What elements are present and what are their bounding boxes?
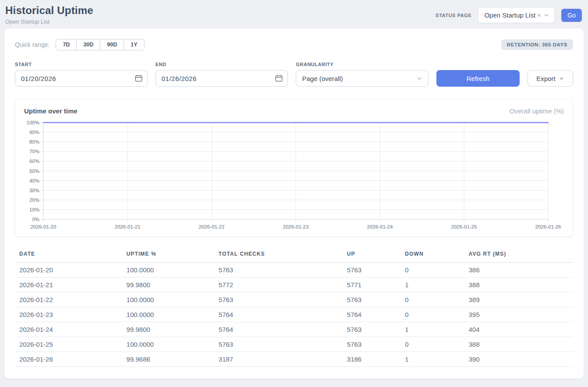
export-button[interactable]: Export: [528, 70, 573, 87]
start-date-input-wrap: [15, 70, 148, 87]
y-axis-label: 100%: [27, 120, 39, 125]
table-cell: 395: [464, 307, 573, 322]
x-axis-label: 2026-01-22: [199, 224, 225, 229]
start-date-label: START: [15, 62, 148, 67]
clear-selection-icon[interactable]: ×: [537, 12, 541, 19]
quick-range-30d-button[interactable]: 30D: [76, 39, 100, 50]
table-cell: 3186: [343, 352, 400, 367]
y-axis-label: 80%: [29, 139, 39, 144]
table-cell: 5771: [343, 278, 400, 292]
uptime-chart: 0%10%20%30%40%50%60%70%80%90%100%2026-01…: [23, 119, 564, 232]
granularity-select[interactable]: Page (overall): [296, 70, 429, 87]
y-axis-label: 90%: [29, 130, 39, 135]
column-header-up: UP: [343, 247, 400, 263]
table-cell: 404: [464, 322, 573, 337]
y-axis-label: 30%: [29, 188, 39, 193]
table-cell: 389: [464, 292, 573, 307]
table-row: 2026-01-2499.9800576457631404: [15, 322, 573, 337]
end-date-label: END: [156, 62, 288, 67]
table-cell: 2026-01-20: [15, 263, 122, 278]
header-controls: STATUS PAGE Open Startup List × Go: [436, 7, 582, 23]
uptime-table: DATE UPTIME % TOTAL CHECKS UP DOWN AVG R…: [15, 247, 573, 367]
y-axis-label: 60%: [29, 158, 39, 164]
start-date-input[interactable]: [15, 70, 148, 87]
table-cell: 1: [400, 278, 464, 292]
y-axis-label: 0%: [32, 217, 39, 222]
x-axis-label: 2026-01-21: [115, 224, 141, 229]
table-cell: 5763: [343, 322, 400, 337]
table-cell: 388: [464, 337, 573, 352]
chevron-down-icon: [416, 75, 423, 82]
uptime-chart-card: Uptime over time Overall uptime (%) 0%10…: [15, 99, 573, 237]
table-header-row: DATE UPTIME % TOTAL CHECKS UP DOWN AVG R…: [15, 247, 573, 263]
table-cell: 5763: [214, 292, 343, 307]
calendar-icon[interactable]: [275, 74, 283, 82]
table-cell: 2026-01-24: [15, 322, 122, 337]
table-cell: 1: [400, 322, 464, 337]
title-block: Historical Uptime Open Startup List: [5, 4, 93, 25]
chevron-down-icon: [559, 76, 564, 81]
table-cell: 99.9800: [122, 322, 214, 337]
table-cell: 0: [400, 337, 464, 352]
x-axis-label: 2026-01-20: [31, 224, 57, 229]
quick-range-7d-button[interactable]: 7D: [56, 39, 77, 50]
end-date-input-wrap: [156, 70, 288, 87]
table-row: 2026-01-2199.9800577257711388: [15, 278, 573, 292]
table-cell: 5764: [214, 322, 343, 337]
chart-title: Uptime over time: [24, 107, 78, 115]
y-axis-label: 10%: [29, 207, 39, 212]
quick-range-label: Quick range:: [15, 41, 50, 48]
status-page-label: STATUS PAGE: [436, 13, 471, 18]
table-cell: 5764: [343, 307, 400, 322]
end-date-input[interactable]: [156, 70, 288, 87]
table-cell: 99.9800: [122, 278, 214, 292]
table-cell: 0: [400, 292, 464, 307]
table-cell: 99.9686: [122, 352, 214, 367]
table-cell: 390: [464, 352, 573, 367]
page-title: Historical Uptime: [5, 4, 93, 17]
page-header: Historical Uptime Open Startup List STAT…: [0, 0, 588, 28]
y-axis-label: 70%: [29, 149, 39, 154]
x-axis-label: 2026-01-23: [283, 224, 309, 229]
calendar-icon[interactable]: [135, 74, 142, 82]
status-page-select[interactable]: Open Startup List ×: [478, 7, 555, 23]
table-cell: 5772: [214, 278, 343, 292]
granularity-field: GRANULARITY Page (overall): [296, 62, 429, 87]
granularity-selected-value: Page (overall): [302, 75, 343, 82]
table-row: 2026-01-20100.0000576357630386: [15, 263, 573, 278]
chart-header: Uptime over time Overall uptime (%): [23, 107, 565, 115]
quick-range-90d-button[interactable]: 90D: [100, 39, 124, 50]
granularity-label: GRANULARITY: [296, 62, 429, 67]
column-header-down: DOWN: [400, 247, 464, 263]
y-axis-label: 40%: [29, 178, 39, 183]
retention-badge: RETENTION: 365 DAYS: [501, 39, 573, 50]
start-date-field: START: [15, 62, 148, 87]
main-card: Quick range: 7D 30D 90D 1Y RETENTION: 36…: [4, 28, 584, 379]
table-body: 2026-01-20100.00005763576303862026-01-21…: [15, 263, 573, 367]
table-cell: 100.0000: [122, 263, 214, 278]
y-axis-label: 50%: [29, 169, 39, 174]
table-cell: 5763: [214, 263, 343, 278]
table-cell: 5763: [214, 337, 343, 352]
filters-row: START END: [15, 62, 573, 87]
column-header-date: DATE: [15, 247, 122, 263]
chart-legend: Overall uptime (%): [510, 107, 564, 115]
x-axis-label: 2026-01-26: [535, 224, 561, 229]
y-axis-label: 20%: [29, 197, 39, 203]
page-subtitle: Open Startup List: [5, 18, 93, 25]
go-button[interactable]: Go: [561, 9, 582, 22]
x-axis-label: 2026-01-24: [367, 224, 393, 229]
quick-range-1y-button[interactable]: 1Y: [124, 39, 144, 50]
table-cell: 5763: [343, 263, 400, 278]
column-header-avg-rt: AVG RT (MS): [464, 247, 573, 263]
table-cell: 388: [464, 278, 573, 292]
chevron-down-icon: [543, 12, 549, 18]
table-cell: 0: [400, 307, 464, 322]
table-row: 2026-01-22100.0000576357630389: [15, 292, 573, 307]
table-cell: 386: [464, 263, 573, 278]
refresh-button[interactable]: Refresh: [436, 70, 520, 87]
table-cell: 2026-01-22: [15, 292, 122, 307]
table-cell: 0: [400, 263, 464, 278]
table-head: DATE UPTIME % TOTAL CHECKS UP DOWN AVG R…: [15, 247, 573, 263]
table-row: 2026-01-23100.0000576457640395: [15, 307, 573, 322]
